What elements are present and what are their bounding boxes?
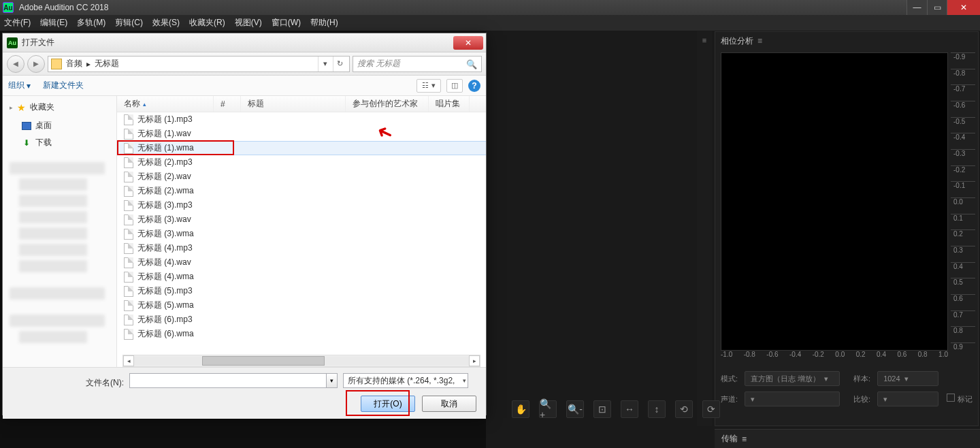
scroll-right-button[interactable]: ▸ xyxy=(469,355,480,366)
preview-pane-button[interactable]: ◫ xyxy=(446,79,463,93)
organize-button[interactable]: 组织 ▾ xyxy=(8,80,31,91)
sample-dropdown[interactable]: 1024▾ xyxy=(877,371,938,386)
file-row[interactable]: 无标题 (4).wma xyxy=(117,270,486,284)
menu-favorites[interactable]: 收藏夹(R) xyxy=(189,17,225,29)
address-dropdown[interactable]: ▾ xyxy=(318,57,331,71)
search-placeholder: 搜索 无标题 xyxy=(357,58,400,69)
column-artist[interactable]: 参与创作的艺术家 xyxy=(346,96,429,112)
menu-clip[interactable]: 剪辑(C) xyxy=(115,17,143,29)
sidebar-item-desktop[interactable]: 桌面 xyxy=(3,117,116,134)
maximize-button[interactable]: ▭ xyxy=(927,0,947,15)
address-bar[interactable]: 音频 ▸ 无标题 ▾ ↻ xyxy=(48,56,350,72)
file-row[interactable]: 无标题 (1).wma xyxy=(117,141,486,155)
view-mode-button[interactable]: ☷ ▾ xyxy=(416,79,441,93)
open-button[interactable]: 打开(O) xyxy=(361,396,415,412)
zoom-v-icon[interactable]: ↕ xyxy=(648,400,666,418)
menu-multitrack[interactable]: 多轨(M) xyxy=(77,17,105,29)
scale-tick: -0.4 xyxy=(789,351,801,362)
file-icon xyxy=(124,329,133,340)
favorites-section[interactable]: ▸★收藏夹 xyxy=(3,97,116,117)
menu-window[interactable]: 窗口(W) xyxy=(272,17,301,29)
file-icon xyxy=(124,172,133,182)
column-name[interactable]: 名称▴ xyxy=(117,96,214,112)
breadcrumb-segment[interactable]: 无标题 xyxy=(95,58,119,69)
file-row[interactable]: 无标题 (1).wav xyxy=(117,127,486,141)
dialog-titlebar[interactable]: Au 打开文件 ✕ xyxy=(3,33,486,52)
panel-menu-icon[interactable]: ≡ xyxy=(757,36,762,46)
download-icon: ⬇ xyxy=(22,139,31,147)
file-row[interactable]: 无标题 (4).mp3 xyxy=(117,241,486,255)
menu-help[interactable]: 帮助(H) xyxy=(310,17,338,29)
file-row[interactable]: 无标题 (2).wav xyxy=(117,170,486,184)
window-controls: — ▭ ✕ xyxy=(906,0,980,15)
file-icon xyxy=(124,214,133,225)
dialog-body: ▸★收藏夹 桌面 ⬇下载 名称▴ # 标题 参与创作的艺术家 唱片集 xyxy=(3,96,486,367)
horizontal-scrollbar[interactable]: ◂ ▸ xyxy=(122,355,480,367)
chevron-down-icon: ▾ xyxy=(904,374,909,383)
file-name: 无标题 (4).mp3 xyxy=(137,242,193,254)
zoom-sel-out-icon[interactable]: ⟳ xyxy=(702,400,720,418)
file-row[interactable]: 无标题 (3).wav xyxy=(117,212,486,227)
blurred-item xyxy=(19,195,87,207)
refresh-button[interactable]: ↻ xyxy=(333,57,346,71)
search-input[interactable]: 搜索 无标题 🔍 xyxy=(353,56,482,72)
menu-view[interactable]: 视图(V) xyxy=(235,17,262,29)
compare-dropdown[interactable]: ▾ xyxy=(877,391,938,406)
file-row[interactable]: 无标题 (2).mp3 xyxy=(117,155,486,170)
blurred-item xyxy=(10,287,105,300)
transport-panel: 传输 ≡ xyxy=(715,429,980,448)
dialog-close-button[interactable]: ✕ xyxy=(453,36,483,50)
scroll-track[interactable] xyxy=(134,356,469,366)
blurred-item xyxy=(19,211,87,223)
zoom-fit-icon[interactable]: ⊡ xyxy=(593,400,611,418)
file-row[interactable]: 无标题 (5).mp3 xyxy=(117,284,486,298)
panel-menu-icon[interactable]: ≡ xyxy=(742,434,747,444)
new-folder-button[interactable]: 新建文件夹 xyxy=(43,80,84,91)
sidebar-item-downloads[interactable]: ⬇下载 xyxy=(3,134,116,151)
filename-input[interactable] xyxy=(129,373,327,388)
scroll-thumb[interactable] xyxy=(202,356,325,366)
filename-dropdown[interactable]: ▾ xyxy=(327,373,338,388)
help-button[interactable]: ? xyxy=(468,80,480,92)
scale-tick: 0.2 xyxy=(856,351,866,362)
scale-tick: 0.7 xyxy=(951,310,975,319)
panel-menu-icon[interactable]: ≡ xyxy=(700,35,709,45)
zoom-h-icon[interactable]: ↔ xyxy=(621,400,638,418)
close-button[interactable]: ✕ xyxy=(947,0,980,15)
scale-tick: 0.5 xyxy=(951,278,975,286)
channel-dropdown[interactable]: ▾ xyxy=(745,391,840,406)
file-type-filter[interactable]: 所有支持的媒体 (*.264, *.3g2, ▾ xyxy=(343,373,468,388)
menu-effects[interactable]: 效果(S) xyxy=(152,17,180,29)
nav-back-button[interactable]: ◄ xyxy=(7,55,24,73)
file-row[interactable]: 无标题 (3).mp3 xyxy=(117,198,486,212)
file-row[interactable]: 无标题 (5).wma xyxy=(117,298,486,313)
file-row[interactable]: 无标题 (2).wma xyxy=(117,184,486,198)
menu-edit[interactable]: 编辑(E) xyxy=(40,17,67,29)
hand-tool-icon[interactable]: ✋ xyxy=(512,400,529,418)
zoom-toolbar: ✋ 🔍+ 🔍- ⊡ ↔ ↕ ⟲ ⟳ xyxy=(512,400,720,418)
zoom-in-icon[interactable]: 🔍+ xyxy=(539,400,557,418)
file-icon xyxy=(124,300,133,311)
file-row[interactable]: 无标题 (4).wav xyxy=(117,255,486,270)
file-row[interactable]: 无标题 (3).wma xyxy=(117,227,486,241)
mode-dropdown[interactable]: 直方图（日志 增放）▾ xyxy=(745,371,840,386)
file-row[interactable]: 无标题 (1).mp3 xyxy=(117,112,486,127)
marker-checkbox[interactable]: 标记 xyxy=(947,394,973,404)
cancel-button[interactable]: 取消 xyxy=(422,396,476,412)
file-row[interactable]: 无标题 (6).wma xyxy=(117,327,486,341)
phase-plot-area[interactable] xyxy=(721,52,948,351)
file-row[interactable]: 无标题 (6).mp3 xyxy=(117,313,486,327)
zoom-out-icon[interactable]: 🔍- xyxy=(566,400,584,418)
breadcrumb-segment[interactable]: 音频 xyxy=(66,58,82,69)
zoom-sel-in-icon[interactable]: ⟲ xyxy=(675,400,693,418)
column-number[interactable]: # xyxy=(214,96,241,112)
nav-forward-button[interactable]: ► xyxy=(27,55,45,73)
dialog-title: 打开文件 xyxy=(22,37,54,48)
scroll-left-button[interactable]: ◂ xyxy=(123,355,134,366)
minimize-button[interactable]: — xyxy=(906,0,927,15)
column-album[interactable]: 唱片集 xyxy=(429,96,470,112)
menu-file[interactable]: 文件(F) xyxy=(4,17,31,29)
file-name: 无标题 (3).wav xyxy=(137,214,191,225)
blurred-item xyxy=(19,244,87,256)
column-title[interactable]: 标题 xyxy=(241,96,346,112)
